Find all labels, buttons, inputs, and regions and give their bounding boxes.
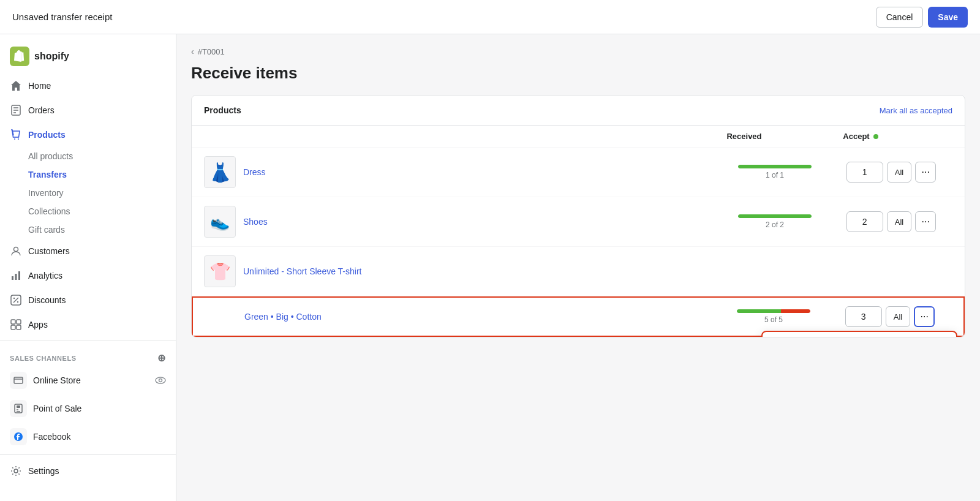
svg-rect-14: [11, 320, 15, 324]
tshirt-variant-received-text: 5 of 5: [764, 315, 783, 324]
discounts-icon: [10, 294, 22, 306]
dress-info: Dress: [243, 167, 720, 177]
mark-all-accepted-link[interactable]: Mark all as accepted: [880, 106, 952, 115]
tshirt-image: 👕: [204, 255, 236, 287]
dress-image: 👗: [204, 156, 236, 188]
svg-point-20: [156, 377, 165, 383]
dress-progress-fill: [738, 165, 812, 168]
svg-rect-9: [18, 271, 20, 280]
sidebar-item-apps[interactable]: Apps: [0, 312, 176, 337]
sidebar-item-discounts[interactable]: Discounts: [0, 288, 176, 312]
sidebar-item-facebook[interactable]: Facebook: [0, 423, 176, 451]
home-icon: [10, 80, 22, 92]
sales-channels-section: SALES CHANNELS ⊕: [0, 345, 176, 366]
tshirt-variant-accept-input[interactable]: 3: [845, 306, 882, 327]
shoes-name[interactable]: Shoes: [243, 217, 720, 227]
cancel-button[interactable]: Cancel: [876, 7, 924, 28]
svg-rect-16: [11, 325, 15, 330]
dress-received-text: 1 of 1: [766, 171, 784, 179]
shoes-all-button[interactable]: All: [887, 211, 911, 232]
breadcrumb-arrow: ‹: [191, 47, 194, 56]
sidebar-item-home[interactable]: Home: [0, 73, 176, 98]
svg-rect-23: [17, 405, 20, 408]
sidebar-item-customers-label: Customers: [28, 246, 70, 256]
online-store-label: Online Store: [33, 375, 81, 385]
topbar-title: Unsaved transfer receipt: [12, 12, 112, 22]
tshirt-variant-more-button[interactable]: ···: [914, 306, 935, 327]
tshirt-variant-progress-fill: [737, 309, 810, 313]
shoes-received-text: 2 of 2: [766, 220, 784, 229]
products-icon: [10, 129, 22, 141]
tshirt-variant-all-button[interactable]: All: [886, 306, 910, 327]
sidebar-divider-2: [0, 454, 176, 455]
shopify-logo: shopify: [0, 39, 176, 73]
sidebar-item-analytics[interactable]: Analytics: [0, 263, 176, 288]
svg-point-4: [14, 138, 15, 140]
svg-rect-17: [17, 325, 21, 330]
sidebar-item-orders[interactable]: Orders: [0, 98, 176, 122]
shoes-more-button[interactable]: ···: [915, 211, 936, 232]
shoes-progress-fill: [738, 214, 812, 218]
customers-icon: [10, 245, 22, 257]
shoes-accept-col: 2 All ···: [830, 211, 952, 232]
topbar: Unsaved transfer receipt Cancel Save: [0, 0, 980, 34]
tshirt-variant-info: Green • Big • Cotton: [244, 312, 718, 322]
breadcrumb-link[interactable]: #T0001: [198, 47, 225, 56]
apps-icon: [10, 318, 22, 331]
dress-all-button[interactable]: All: [887, 162, 911, 183]
table-row: 👕 Unlimited - Short Sleeve T-shirt: [192, 247, 965, 296]
tshirt-variant-name[interactable]: Green • Big • Cotton: [244, 312, 718, 322]
sidebar-sub-all-products[interactable]: All products: [0, 147, 176, 165]
tshirt-name[interactable]: Unlimited - Short Sleeve T-shirt: [243, 266, 720, 276]
pos-icon: [10, 400, 27, 417]
dress-name[interactable]: Dress: [243, 167, 720, 177]
sidebar-divider-1: [0, 341, 176, 341]
save-button[interactable]: Save: [928, 7, 968, 28]
svg-point-27: [14, 469, 18, 473]
facebook-label: Facebook: [33, 432, 70, 442]
svg-rect-8: [15, 274, 17, 280]
dress-received: 1 of 1: [720, 165, 830, 179]
tshirt-variant-progress-bg: [737, 309, 810, 313]
svg-rect-15: [17, 320, 21, 324]
orders-icon: [10, 104, 22, 116]
sidebar-item-settings[interactable]: Settings: [0, 459, 176, 483]
sidebar-item-orders-label: Orders: [28, 105, 55, 115]
sidebar-sub-inventory[interactable]: Inventory: [0, 184, 176, 202]
table-row: Green • Big • Cotton 5 of 5 3 All ···: [192, 296, 965, 337]
sidebar-item-pos[interactable]: Point of Sale: [0, 394, 176, 423]
svg-point-6: [14, 247, 18, 252]
col-received-header: Received: [689, 132, 799, 141]
shoes-progress-bg: [738, 214, 812, 218]
facebook-icon: [10, 428, 27, 445]
tshirt-variant-received: 5 of 5: [718, 309, 829, 324]
add-sales-channel-icon[interactable]: ⊕: [157, 352, 166, 364]
sidebar-item-customers[interactable]: Customers: [0, 239, 176, 263]
shoes-accept-input[interactable]: 2: [846, 211, 883, 232]
sidebar-item-home-label: Home: [28, 81, 51, 91]
svg-point-5: [18, 138, 19, 140]
page-title: Receive items: [191, 64, 965, 83]
tshirt-info: Unlimited - Short Sleeve T-shirt: [243, 266, 720, 276]
svg-point-13: [17, 301, 18, 303]
topbar-actions: Cancel Save: [876, 7, 968, 28]
svg-rect-18: [14, 377, 23, 383]
sidebar-item-products[interactable]: Products: [0, 122, 176, 147]
sidebar-sub-gift-cards[interactable]: Gift cards: [0, 220, 176, 239]
dress-accept-input[interactable]: 1: [846, 162, 883, 183]
sidebar-sub-transfers[interactable]: Transfers: [0, 165, 176, 184]
settings-icon: [10, 465, 22, 477]
logo-icon: [10, 47, 29, 66]
shoes-info: Shoes: [243, 217, 720, 227]
tshirt-variant-accept-col: 3 All ···: [829, 306, 951, 327]
sidebar-item-online-store[interactable]: Online Store: [0, 366, 176, 394]
dress-more-button[interactable]: ···: [915, 162, 936, 183]
sidebar-sub-collections[interactable]: Collections: [0, 202, 176, 220]
table-row: 👗 Dress 1 of 1 1 All ···: [192, 148, 965, 197]
svg-rect-7: [12, 276, 13, 280]
sidebar-item-products-label: Products: [28, 130, 66, 140]
sales-channels-label: SALES CHANNELS: [10, 355, 77, 362]
eye-icon[interactable]: [155, 376, 166, 385]
sidebar-item-discounts-label: Discounts: [28, 295, 66, 305]
accept-green-dot: [873, 134, 878, 139]
